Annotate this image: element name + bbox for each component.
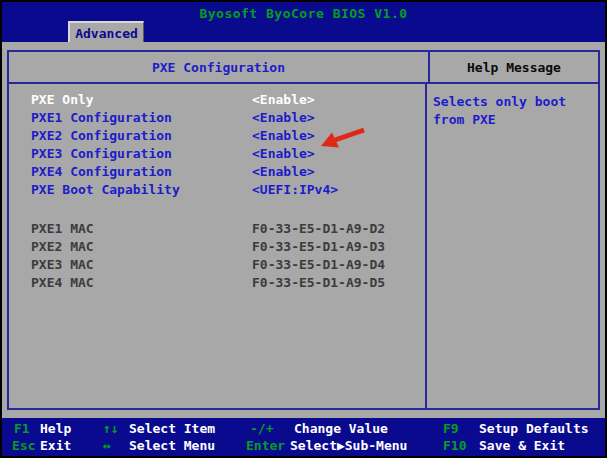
help-panel-title: Help Message bbox=[430, 52, 598, 82]
info-row-pxe1-mac: PXE1 MAC F0-33-E5-D1-A9-D2 bbox=[9, 222, 425, 240]
help-text: Selects only boot from PXE bbox=[433, 93, 593, 129]
setting-value[interactable]: <Enable> bbox=[252, 93, 315, 106]
info-label: PXE2 MAC bbox=[31, 240, 252, 253]
key-minus-plus: -/+ bbox=[250, 422, 273, 435]
setting-row-pxe1-configuration[interactable]: PXE1 Configuration <Enable> bbox=[9, 111, 425, 129]
setting-label: PXE Only bbox=[31, 93, 252, 106]
info-row-pxe2-mac: PXE2 MAC F0-33-E5-D1-A9-D3 bbox=[9, 240, 425, 258]
box-body: PXE Only <Enable> PXE1 Configuration <En… bbox=[9, 84, 598, 408]
key-enter-label: Select▶Sub-Menu bbox=[290, 439, 407, 452]
key-f10-label: Save & Exit bbox=[479, 439, 565, 452]
setting-value[interactable]: <Enable> bbox=[252, 129, 315, 142]
key-esc-label: Exit bbox=[40, 439, 71, 452]
key-f10: F10 bbox=[443, 439, 466, 452]
setting-label: PXE3 Configuration bbox=[31, 147, 252, 160]
key-f1: F1 bbox=[14, 422, 30, 435]
info-value: F0-33-E5-D1-A9-D3 bbox=[252, 240, 385, 253]
settings-box: PXE Configuration Help Message PXE Only … bbox=[7, 50, 600, 410]
key-leftright: ↔ bbox=[103, 439, 111, 452]
setting-row-pxe-boot-capability[interactable]: PXE Boot Capability <UEFI:IPv4> bbox=[9, 183, 425, 201]
info-value: F0-33-E5-D1-A9-D2 bbox=[252, 222, 385, 235]
help-panel: Selects only boot from PXE bbox=[427, 84, 598, 408]
key-esc: Esc bbox=[12, 439, 35, 452]
setting-row-pxe3-configuration[interactable]: PXE3 Configuration <Enable> bbox=[9, 147, 425, 165]
settings-list: PXE Only <Enable> PXE1 Configuration <En… bbox=[9, 84, 427, 408]
setting-label: PXE4 Configuration bbox=[31, 165, 252, 178]
setting-row-pxe4-configuration[interactable]: PXE4 Configuration <Enable> bbox=[9, 165, 425, 183]
setting-label: PXE Boot Capability bbox=[31, 183, 252, 196]
bios-title: Byosoft ByoCore BIOS V1.0 bbox=[2, 7, 605, 20]
setting-label: PXE2 Configuration bbox=[31, 129, 252, 142]
info-label: PXE1 MAC bbox=[31, 222, 252, 235]
info-value: F0-33-E5-D1-A9-D5 bbox=[252, 276, 385, 289]
setting-label: PXE1 Configuration bbox=[31, 111, 252, 124]
info-row-pxe3-mac: PXE3 MAC F0-33-E5-D1-A9-D4 bbox=[9, 258, 425, 276]
key-help-bar: F1 Help ↑↓ Select Item -/+ Change Value … bbox=[2, 418, 605, 456]
key-f9-label: Setup Defaults bbox=[479, 422, 589, 435]
key-f1-label: Help bbox=[40, 422, 71, 435]
setting-value[interactable]: <Enable> bbox=[252, 165, 315, 178]
bios-screen: Byosoft ByoCore BIOS V1.0 Advanced PXE C… bbox=[0, 0, 607, 458]
info-row-pxe4-mac: PXE4 MAC F0-33-E5-D1-A9-D5 bbox=[9, 276, 425, 294]
setting-value[interactable]: <Enable> bbox=[252, 147, 315, 160]
info-label: PXE3 MAC bbox=[31, 258, 252, 271]
info-value: F0-33-E5-D1-A9-D4 bbox=[252, 258, 385, 271]
info-label: PXE4 MAC bbox=[31, 276, 252, 289]
setting-value[interactable]: <Enable> bbox=[252, 111, 315, 124]
mac-address-block: PXE1 MAC F0-33-E5-D1-A9-D2 PXE2 MAC F0-3… bbox=[9, 222, 425, 294]
setting-row-pxe2-configuration[interactable]: PXE2 Configuration <Enable> bbox=[9, 129, 425, 147]
key-enter: Enter bbox=[246, 439, 285, 452]
tab-advanced[interactable]: Advanced bbox=[68, 21, 144, 42]
box-header: PXE Configuration Help Message bbox=[9, 52, 598, 84]
key-updown: ↑↓ bbox=[103, 422, 119, 435]
setting-row-pxe-only[interactable]: PXE Only <Enable> bbox=[9, 93, 425, 111]
setting-value[interactable]: <UEFI:IPv4> bbox=[252, 183, 338, 196]
key-updown-label: Select Item bbox=[129, 422, 215, 435]
key-f9: F9 bbox=[443, 422, 459, 435]
page-title: PXE Configuration bbox=[9, 52, 430, 82]
key-minus-plus-label: Change Value bbox=[294, 422, 388, 435]
workarea: PXE Configuration Help Message PXE Only … bbox=[2, 42, 605, 419]
key-leftright-label: Select Menu bbox=[129, 439, 215, 452]
